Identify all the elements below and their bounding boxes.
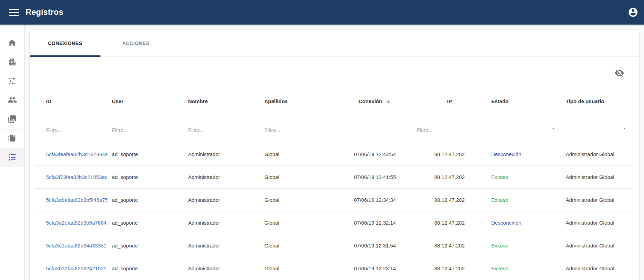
row-id-link[interactable]: 5cfa3d2efaa82b3b5a7684 — [46, 220, 106, 226]
row-id-link[interactable]: 5cfa3f73faa82b3c21053ec — [46, 174, 107, 180]
sidebar-item-building[interactable] — [0, 53, 24, 72]
row-apellidos: Global — [260, 151, 338, 157]
visibility-off-icon[interactable] — [614, 67, 625, 79]
row-tipo: Administrador Global — [561, 151, 632, 157]
column-header-estado[interactable]: Estado — [487, 98, 561, 104]
column-header-nombre[interactable]: Nombre — [184, 98, 260, 104]
row-estado-badge: Exitoso — [487, 243, 561, 249]
table-header-row: ID User Nombre Apellidos Conexión IP Est… — [35, 89, 634, 113]
user-filter-input[interactable] — [112, 126, 179, 135]
row-apellidos: Global — [260, 220, 338, 226]
sidebar-item-registros[interactable] — [0, 148, 24, 167]
people-icon — [8, 95, 17, 106]
id-filter-input[interactable] — [46, 126, 103, 135]
row-user: ad_soporte — [107, 220, 184, 226]
row-id-link[interactable]: 5cfa3feafaa82b3d187834a — [46, 151, 107, 157]
table-row: 5cfa3d1afaa82b34d33351 ad_soporte Admini… — [35, 234, 634, 257]
row-ip: 88.12.47.202 — [412, 220, 487, 226]
connections-table: ID User Nombre Apellidos Conexión IP Est… — [35, 89, 634, 280]
row-id-link[interactable]: 5cfa3dbafaa82b3b5f46a75 — [46, 197, 107, 203]
list-icon — [8, 153, 17, 163]
building-icon — [8, 57, 17, 68]
row-nombre: Administrador — [184, 197, 260, 203]
estado-filter-select[interactable] — [491, 126, 557, 135]
row-nombre: Administrador — [184, 220, 260, 226]
table-body: 5cfa3feafaa82b3d187834a ad_soporte Admin… — [35, 143, 634, 280]
conexion-filter-input[interactable] — [342, 126, 408, 135]
row-ip: 88.12.47.202 — [412, 265, 487, 271]
table-row: 5cfa3b12faa82b32421b20 ad_soporte Admini… — [35, 257, 634, 280]
column-header-conexion[interactable]: Conexión — [338, 98, 412, 105]
tab-bar: CONEXIONES ACCIONES — [30, 30, 639, 57]
row-estado-badge: Desconexión — [487, 151, 561, 157]
account-circle-icon[interactable] — [627, 6, 639, 19]
home-icon — [8, 38, 17, 49]
row-apellidos: Global — [260, 174, 338, 180]
app-bar: Registros — [0, 0, 644, 25]
sidebar-item-media[interactable] — [0, 110, 24, 129]
row-tipo: Administrador Global — [561, 220, 632, 226]
row-tipo: Administrador Global — [561, 265, 632, 271]
row-estado-badge: Exitoso — [487, 197, 561, 203]
row-user: ad_soporte — [107, 243, 184, 249]
page-title: Registros — [26, 8, 63, 17]
sidebar-item-settings[interactable] — [0, 72, 24, 91]
row-ip: 88.12.47.202 — [412, 243, 487, 249]
table-row: 5cfa3feafaa82b3d187834a ad_soporte Admin… — [35, 143, 634, 166]
row-nombre: Administrador — [184, 243, 260, 249]
row-conexion: 07/06/19 12:43:54 — [338, 151, 412, 157]
row-tipo: Administrador Global — [561, 243, 632, 249]
chevron-down-icon — [622, 126, 627, 132]
tab-acciones-label: ACCIONES — [122, 40, 150, 46]
sidebar-item-notebook[interactable] — [0, 129, 24, 148]
menu-icon[interactable] — [9, 7, 19, 18]
tab-conexiones[interactable]: CONEXIONES — [30, 30, 100, 56]
row-conexion: 07/06/19 12:23:14 — [338, 265, 412, 271]
ip-filter-input[interactable] — [417, 126, 482, 135]
row-tipo: Administrador Global — [561, 174, 632, 180]
nombre-filter-input[interactable] — [188, 126, 255, 135]
row-conexion: 07/06/19 12:41:55 — [338, 174, 412, 180]
column-header-user[interactable]: User — [107, 98, 184, 104]
row-ip: 88.12.47.202 — [412, 151, 487, 157]
row-estado-badge: Desconexión — [487, 220, 561, 226]
row-apellidos: Global — [260, 243, 338, 249]
column-header-tipo[interactable]: Tipo de usuario — [561, 98, 632, 104]
row-nombre: Administrador — [184, 151, 260, 157]
table-row: 5cfa3d2efaa82b3b5a7684 ad_soporte Admini… — [35, 211, 634, 234]
row-user: ad_soporte — [107, 197, 184, 203]
column-header-id[interactable]: ID — [42, 98, 107, 104]
row-user: ad_soporte — [107, 174, 184, 180]
table-row: 5cfa3dbafaa82b3b5f46a75 ad_soporte Admin… — [35, 189, 634, 211]
row-estado-badge: Exitoso — [487, 265, 561, 271]
filter-row — [35, 113, 634, 143]
sidebar-item-home[interactable] — [0, 34, 24, 53]
table-toolbar — [30, 57, 639, 89]
apellidos-filter-input[interactable] — [264, 126, 333, 135]
tab-conexiones-label: CONEXIONES — [48, 40, 82, 46]
sort-descending-icon — [385, 98, 391, 105]
photo-library-icon — [8, 115, 17, 125]
row-ip: 88.12.47.202 — [412, 174, 487, 180]
row-conexion: 07/06/19 12:34:34 — [338, 197, 412, 203]
sidebar-nav — [0, 25, 25, 280]
row-estado-badge: Exitoso — [487, 174, 561, 180]
tune-icon — [8, 76, 17, 87]
registros-card: CONEXIONES ACCIONES ID User Nombre Apell… — [30, 30, 639, 280]
row-nombre: Administrador — [184, 174, 260, 180]
row-ip: 88.12.47.202 — [412, 197, 487, 203]
column-header-apellidos[interactable]: Apellidos — [260, 98, 338, 104]
column-header-conexion-label: Conexión — [359, 98, 382, 104]
tipo-filter-select[interactable] — [566, 126, 628, 135]
table-row: 5cfa3f73faa82b3c21053ec ad_soporte Admin… — [35, 166, 634, 189]
row-id-link[interactable]: 5cfa3d1afaa82b34d33351 — [46, 243, 106, 249]
column-header-ip[interactable]: IP — [412, 98, 487, 104]
row-apellidos: Global — [260, 197, 338, 203]
row-id-link[interactable]: 5cfa3b12faa82b32421b20 — [46, 265, 106, 271]
active-tab-indicator — [30, 55, 100, 57]
row-conexion: 07/06/19 12:31:54 — [338, 243, 412, 249]
tab-acciones[interactable]: ACCIONES — [100, 30, 171, 56]
sidebar-item-users[interactable] — [0, 91, 24, 110]
row-conexion: 07/06/19 12:32:14 — [338, 220, 412, 226]
row-apellidos: Global — [260, 265, 338, 271]
